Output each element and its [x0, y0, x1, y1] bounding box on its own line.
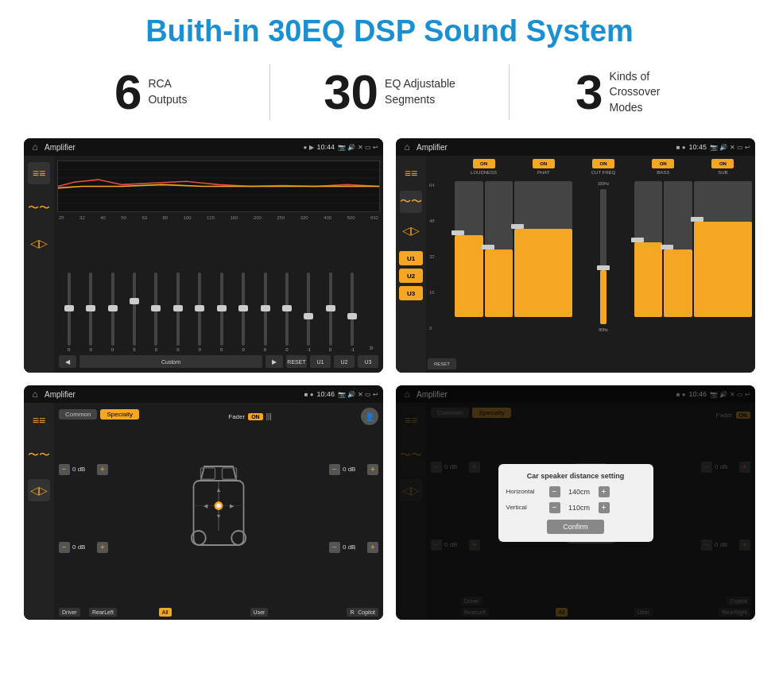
loudness-slider-g[interactable] — [455, 181, 483, 317]
next-btn[interactable]: ▶ — [265, 355, 283, 368]
rearleft-btn[interactable]: RearLeft — [89, 608, 117, 617]
confirm-button[interactable]: Confirm — [547, 520, 604, 534]
db-row-bl: − 0 dB + — [59, 542, 108, 553]
fader-on-badge[interactable]: ON — [248, 413, 263, 420]
crossover-content: ≡≡ 〜〜 ◁▷ U1 U2 U3 RESET ON LOUDNESS — [396, 156, 755, 373]
fader-content: ≡≡ 〜〜 ◁▷ Common Specialty Fader ON ||| 👤 — [24, 403, 383, 620]
db-minus-bl[interactable]: − — [59, 542, 70, 553]
horizontal-label: Horizontal — [506, 488, 546, 495]
tab-common[interactable]: Common — [59, 409, 97, 420]
db-plus-tl[interactable]: + — [97, 464, 108, 475]
sidebar-wave-icon[interactable]: 〜〜 — [28, 197, 50, 219]
fader-eq-icon[interactable]: ≡≡ — [28, 409, 50, 431]
screen2-time: 10:45 — [689, 143, 707, 151]
cutfreq-slider-f[interactable] — [600, 189, 607, 324]
feature-number-crossover: 3 — [576, 68, 603, 117]
feature-number-rca: 6 — [114, 68, 141, 117]
db-plus-bl[interactable]: + — [97, 542, 108, 553]
db-row-tl: − 0 dB + — [59, 464, 108, 475]
fader-slider-mini[interactable]: ||| — [266, 412, 272, 420]
phat-slider[interactable] — [514, 181, 572, 317]
slider-col-4: 0 — [146, 273, 166, 352]
screen3-time: 10:46 — [317, 390, 335, 398]
horizontal-minus[interactable]: − — [549, 486, 560, 497]
db-val-tr: 0 dB — [343, 466, 365, 473]
screen-eq: ⌂ Amplifier ● ▶ 10:44 📷 🔊 ✕ ▭ ↩ ≡≡ 〜〜 ◁▷ — [24, 138, 383, 373]
vertical-plus[interactable]: + — [599, 502, 610, 513]
cross-speaker-icon[interactable]: ◁▷ — [400, 219, 422, 242]
sidebar-eq-icon[interactable]: ≡≡ — [28, 162, 50, 184]
horizontal-plus[interactable]: + — [599, 486, 610, 497]
cross-sidebar: ≡≡ 〜〜 ◁▷ — [396, 156, 426, 248]
channel-sliders: 644832160 — [429, 181, 752, 332]
bass-slider-f[interactable] — [634, 181, 663, 317]
u1-select[interactable]: U1 — [399, 251, 423, 265]
features-row: 6 RCAOutputs 30 EQ AdjustableSegments 3 … — [0, 56, 779, 132]
slider-col-5: 0 — [168, 273, 188, 352]
cross-eq-icon[interactable]: ≡≡ — [400, 162, 422, 184]
slider-col-2: 0 — [103, 273, 122, 352]
loudness-label: LOUDNESS — [471, 170, 497, 175]
db-minus-br[interactable]: − — [329, 542, 340, 553]
feature-eq: 30 EQ AdjustableSegments — [286, 68, 492, 117]
u1-btn[interactable]: U1 — [310, 355, 331, 368]
horizontal-value: 140cm — [564, 488, 595, 496]
sidebar-speaker-icon[interactable]: ◁▷ — [28, 232, 50, 254]
reset-btn[interactable]: RESET — [286, 355, 307, 368]
sub-on[interactable]: ON — [711, 159, 734, 168]
tab-specialty[interactable]: Specialty — [100, 409, 138, 420]
home-icon-2[interactable]: ⌂ — [401, 141, 413, 153]
custom-label: Custom — [79, 355, 262, 368]
db-minus-tr[interactable]: − — [329, 464, 340, 475]
db-val-br: 0 dB — [343, 543, 365, 551]
fader-main: Common Specialty Fader ON ||| 👤 — [54, 403, 383, 620]
eq-content: ≡≡ 〜〜 ◁▷ — [24, 156, 383, 373]
phat-on[interactable]: ON — [533, 159, 555, 168]
divider-1 — [269, 64, 270, 120]
db-minus-tl[interactable]: − — [59, 464, 70, 475]
fader-wave-icon[interactable]: 〜〜 — [28, 444, 50, 466]
copilot-btn[interactable]: Copilot — [355, 608, 378, 617]
screen1-time: 10:44 — [317, 143, 335, 151]
vertical-label: Vertical — [506, 504, 546, 511]
u3-select[interactable]: U3 — [399, 286, 423, 300]
u2-select[interactable]: U2 — [399, 269, 423, 283]
dot-icon-3: ■ ● — [304, 391, 314, 398]
sub-label: SUB — [718, 170, 727, 175]
bass-on[interactable]: ON — [652, 159, 674, 168]
dialog-title: Car speaker distance setting — [506, 472, 645, 480]
bass-slider-g[interactable] — [664, 181, 692, 317]
crossover-reset-btn[interactable]: RESET — [428, 358, 456, 369]
eq-sliders-area: 0 0 0 5 0 — [57, 223, 380, 352]
db-plus-tr[interactable]: + — [367, 464, 378, 475]
cutfreq-on[interactable]: ON — [592, 159, 614, 168]
cross-wave-icon[interactable]: 〜〜 — [400, 191, 422, 213]
loudness-slider-f[interactable] — [485, 181, 514, 317]
driver-btn[interactable]: Driver — [59, 608, 80, 617]
fader-speaker-icon[interactable]: ◁▷ — [28, 479, 50, 501]
prev-btn[interactable]: ◀ — [59, 355, 76, 368]
feature-number-eq: 30 — [324, 68, 378, 117]
db-row-br: − 0 dB + — [329, 542, 378, 553]
car-diagram-area: ▲ ▼ ◀ ▶ — [108, 430, 329, 589]
crossover-main: ON LOUDNESS ON PHAT ON CUT FREQ ON BASS — [426, 156, 755, 373]
slider-col-1: 0 — [80, 273, 100, 352]
sub-slider[interactable] — [694, 181, 752, 317]
u3-btn[interactable]: U3 — [358, 355, 378, 368]
home-icon-3[interactable]: ⌂ — [29, 388, 41, 400]
status-icons-2: 📷 🔊 ✕ ▭ ↩ — [710, 144, 750, 151]
expand-icon[interactable]: » — [364, 343, 378, 352]
profile-icon[interactable]: 👤 — [361, 408, 378, 425]
status-bar-1: ⌂ Amplifier ● ▶ 10:44 📷 🔊 ✕ ▭ ↩ — [24, 138, 383, 156]
svg-point-15 — [216, 504, 220, 508]
u2-btn[interactable]: U2 — [334, 355, 355, 368]
slider-col-10: 0 — [277, 273, 296, 352]
loudness-on[interactable]: ON — [473, 159, 495, 168]
db-plus-br[interactable]: + — [367, 542, 378, 553]
dot-icon-2: ■ ● — [676, 144, 686, 151]
home-icon-1[interactable]: ⌂ — [29, 141, 41, 153]
vertical-minus[interactable]: − — [549, 502, 560, 513]
confirm-area: Confirm — [506, 520, 645, 534]
fader-sidebar: ≡≡ 〜〜 ◁▷ — [24, 403, 54, 620]
eq-graph — [57, 160, 380, 212]
